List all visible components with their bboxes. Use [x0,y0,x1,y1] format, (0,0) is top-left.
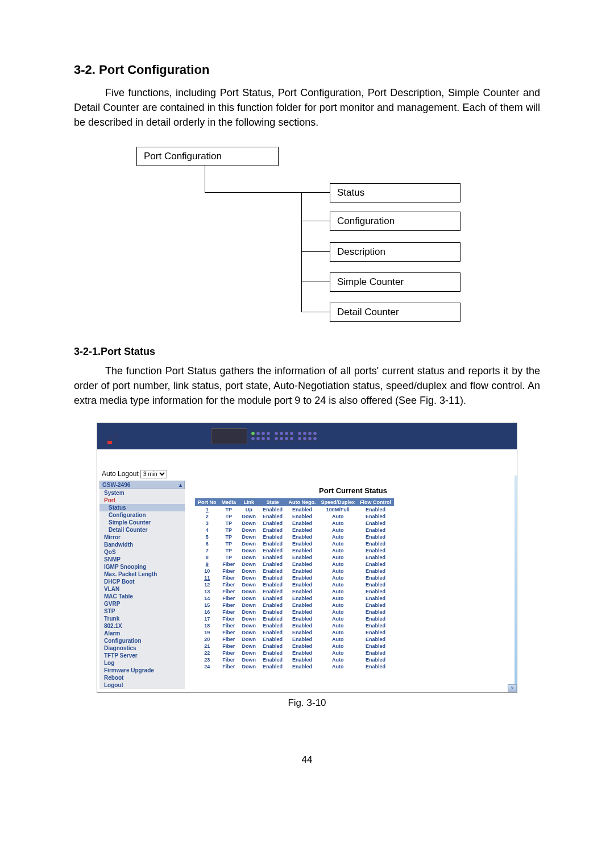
port-number-cell[interactable]: 7 [196,547,219,554]
port-number-cell[interactable]: 12 [196,581,219,588]
port-number-cell[interactable]: 11 [196,574,219,581]
nav-item[interactable]: System [99,489,185,497]
table-cell: Enabled [358,506,394,513]
table-cell: TP [219,547,239,554]
device-name-row[interactable]: GSW-2496 ▴ [99,481,185,489]
table-cell: Enabled [259,527,286,534]
table-cell: Down [239,622,260,629]
table-row: 12FiberDownEnabledEnabledAutoEnabled [196,581,394,588]
port-number-cell[interactable]: 21 [196,643,219,650]
table-cell: Enabled [259,554,286,561]
subsection-heading: 3-2-1.Port Status [74,346,540,358]
collapse-icon[interactable]: ▴ [179,482,182,488]
page-number: 44 [74,754,540,766]
table-row: 15FiberDownEnabledEnabledAutoEnabled [196,602,394,609]
table-cell: Down [239,588,260,595]
nav-item[interactable]: Reboot [99,674,185,681]
table-cell: Enabled [259,520,286,527]
table-cell: Enabled [358,595,394,602]
nav-item[interactable]: MAC Table [99,593,185,600]
table-cell: Enabled [286,561,318,568]
nav-item[interactable]: 802.1X [99,622,185,630]
table-cell: Enabled [358,527,394,534]
port-number-cell[interactable]: 19 [196,629,219,636]
port-number-cell[interactable]: 5 [196,534,219,540]
nav-item[interactable]: DHCP Boot [99,578,185,585]
table-row: 21FiberDownEnabledEnabledAutoEnabled [196,643,394,650]
port-number-cell[interactable]: 6 [196,540,219,547]
port-number-cell[interactable]: 3 [196,520,219,527]
table-cell: Down [239,650,260,656]
port-number-cell[interactable]: 9 [196,561,219,568]
nav-item[interactable]: GVRP [99,600,185,607]
table-cell: Up [239,506,260,513]
nav-item[interactable]: Status [99,504,185,511]
port-number-cell[interactable]: 13 [196,588,219,595]
port-number-cell[interactable]: 2 [196,513,219,520]
table-cell: Down [239,568,260,574]
table-cell: Down [239,615,260,622]
nav-item[interactable]: Configuration [99,511,185,519]
nav-item[interactable]: Simple Counter [99,519,185,526]
port-number-cell[interactable]: 15 [196,602,219,609]
port-number-cell[interactable]: 16 [196,609,219,615]
port-number-cell[interactable]: 10 [196,568,219,574]
nav-item[interactable]: QoS [99,548,185,556]
table-row: 19FiberDownEnabledEnabledAutoEnabled [196,629,394,636]
nav-item[interactable]: Alarm [99,630,185,637]
nav-item[interactable]: TFTP Server [99,652,185,659]
table-row: 11FiberDownEnabledEnabledAutoEnabled [196,574,394,581]
table-cell: Enabled [259,663,286,670]
table-cell: Fiber [219,609,239,615]
port-number-cell[interactable]: 1 [196,506,219,513]
table-cell: Enabled [259,568,286,574]
port-number-cell[interactable]: 8 [196,554,219,561]
table-cell: Fiber [219,622,239,629]
table-cell: Enabled [358,568,394,574]
port-number-cell[interactable]: 14 [196,595,219,602]
port-number-cell[interactable]: 23 [196,656,219,663]
table-header: State [259,498,286,506]
port-number-cell[interactable]: 20 [196,636,219,643]
table-row: 18FiberDownEnabledEnabledAutoEnabled [196,622,394,629]
scrollbar-track[interactable] [515,476,517,684]
connector-line [205,192,301,193]
table-cell: Enabled [286,527,318,534]
table-row: 4TPDownEnabledEnabledAutoEnabled [196,527,394,534]
nav-item[interactable]: Configuration [99,637,185,644]
port-number-cell[interactable]: 4 [196,527,219,534]
table-row: 1TPUpEnabledEnabled100M/FullEnabled [196,506,394,513]
connector-line [301,312,330,312]
nav-item[interactable]: Max. Packet Length [99,571,185,578]
nav-item[interactable]: Firmware Upgrade [99,667,185,674]
table-cell: Down [239,643,260,650]
nav-item[interactable]: Log [99,659,185,667]
table-cell: Auto [318,540,358,547]
nav-item[interactable]: IGMP Snooping [99,563,185,571]
port-number-cell[interactable]: 18 [196,622,219,629]
nav-item[interactable]: Trunk [99,615,185,622]
nav-item[interactable]: Bandwidth [99,541,185,548]
nav-item[interactable]: Diagnostics [99,644,185,652]
auto-logout-select[interactable]: 3 min [140,470,167,478]
table-cell: Enabled [358,520,394,527]
nav-item[interactable]: Detail Counter [99,526,185,534]
nav-item[interactable]: Mirror [99,534,185,541]
table-cell: Down [239,636,260,643]
nav-item[interactable]: STP [99,607,185,615]
hier-child: Configuration [330,212,460,231]
table-cell: Auto [318,622,358,629]
table-cell: Enabled [259,622,286,629]
table-cell: Auto [318,561,358,568]
scroll-down-icon[interactable]: v [508,684,517,692]
connector-line [301,192,330,193]
nav-item[interactable]: Port [99,497,185,504]
panel-icon [211,428,247,444]
table-cell: Enabled [358,554,394,561]
port-number-cell[interactable]: 22 [196,650,219,656]
port-number-cell[interactable]: 17 [196,615,219,622]
nav-item[interactable]: VLAN [99,585,185,593]
port-number-cell[interactable]: 24 [196,663,219,670]
nav-item[interactable]: Logout [99,681,185,689]
nav-item[interactable]: SNMP [99,556,185,563]
